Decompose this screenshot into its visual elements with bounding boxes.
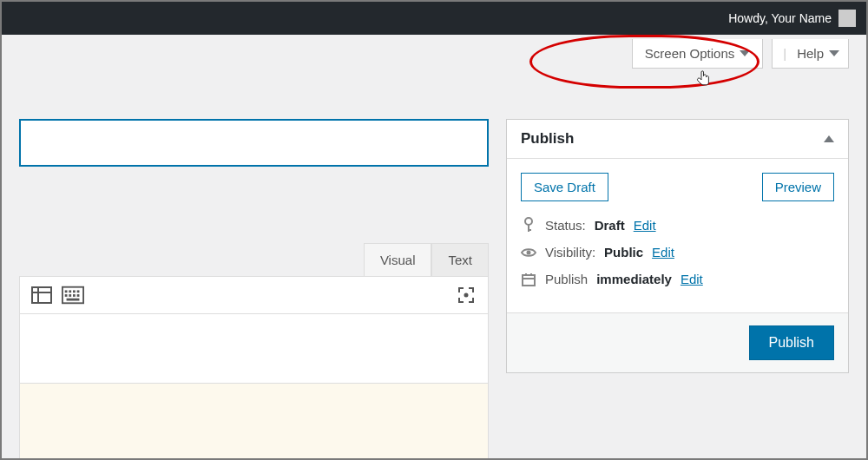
eye-icon bbox=[521, 246, 536, 259]
screen-meta-links: Screen Options | Help bbox=[632, 39, 849, 69]
key-icon bbox=[521, 217, 536, 233]
chevron-down-icon bbox=[740, 50, 750, 56]
publish-body: Save Draft Preview Status: Draft Edit Vi… bbox=[507, 159, 848, 312]
help-label: Help bbox=[797, 46, 824, 61]
greeting-text[interactable]: Howdy, Your Name bbox=[728, 11, 832, 25]
svg-rect-6 bbox=[73, 290, 76, 292]
preview-button[interactable]: Preview bbox=[762, 173, 834, 201]
visibility-value: Public bbox=[604, 245, 643, 260]
edit-visibility-link[interactable]: Edit bbox=[652, 245, 674, 260]
edit-schedule-link[interactable]: Edit bbox=[681, 272, 703, 286]
help-tab-wrap: | Help bbox=[772, 39, 849, 69]
editor-body[interactable] bbox=[19, 314, 489, 384]
save-draft-button[interactable]: Save Draft bbox=[521, 173, 608, 201]
status-value: Draft bbox=[595, 218, 625, 233]
publish-header: Publish bbox=[507, 120, 848, 159]
edit-status-link[interactable]: Edit bbox=[634, 218, 656, 233]
svg-rect-0 bbox=[32, 287, 51, 303]
svg-rect-11 bbox=[77, 294, 80, 297]
pointer-cursor-icon bbox=[696, 70, 710, 88]
svg-rect-16 bbox=[528, 229, 531, 231]
status-label: Status: bbox=[545, 218, 586, 233]
keyboard-icon[interactable] bbox=[62, 286, 84, 305]
svg-rect-9 bbox=[69, 294, 71, 297]
table-icon[interactable] bbox=[30, 286, 53, 305]
svg-rect-18 bbox=[523, 275, 535, 286]
svg-point-14 bbox=[525, 218, 532, 225]
calendar-icon bbox=[521, 273, 536, 286]
post-title-input[interactable] bbox=[19, 119, 489, 167]
avatar-icon[interactable] bbox=[838, 10, 856, 27]
publish-title: Publish bbox=[521, 130, 574, 148]
main-column: Visual Text bbox=[19, 119, 489, 458]
editor-tabs: Visual Text bbox=[19, 243, 489, 276]
visibility-row: Visibility: Public Edit bbox=[521, 245, 834, 260]
content-area: Visual Text Publish bbox=[2, 119, 866, 458]
help-tab[interactable]: Help bbox=[795, 39, 841, 68]
publish-footer: Publish bbox=[507, 312, 848, 372]
visibility-label: Visibility: bbox=[545, 245, 595, 260]
schedule-label: Publish bbox=[545, 272, 588, 286]
divider: | bbox=[783, 46, 786, 61]
chevron-down-icon bbox=[829, 50, 839, 56]
screen-options-label: Screen Options bbox=[645, 46, 734, 61]
side-column: Publish Save Draft Preview Status: Draft… bbox=[506, 119, 849, 458]
screen-options-tab[interactable]: Screen Options bbox=[632, 39, 763, 69]
editor-footer bbox=[19, 384, 489, 460]
svg-rect-8 bbox=[65, 294, 68, 297]
editor-toolbar bbox=[19, 276, 489, 314]
tab-visual[interactable]: Visual bbox=[364, 243, 432, 276]
admin-bar: Howdy, Your Name bbox=[2, 2, 866, 35]
svg-rect-7 bbox=[77, 290, 80, 292]
schedule-row: Publish immediately Edit bbox=[521, 272, 834, 286]
svg-rect-4 bbox=[65, 290, 68, 292]
publish-button[interactable]: Publish bbox=[749, 325, 834, 360]
svg-rect-12 bbox=[67, 299, 80, 301]
fullscreen-icon[interactable] bbox=[455, 286, 477, 305]
svg-point-17 bbox=[527, 250, 531, 254]
chevron-up-icon[interactable] bbox=[824, 135, 834, 142]
schedule-value: immediately bbox=[596, 272, 672, 286]
tab-text[interactable]: Text bbox=[431, 243, 489, 276]
publish-box: Publish Save Draft Preview Status: Draft… bbox=[506, 119, 849, 373]
svg-point-13 bbox=[465, 294, 468, 297]
svg-rect-10 bbox=[73, 294, 76, 297]
svg-rect-5 bbox=[69, 290, 71, 292]
status-row: Status: Draft Edit bbox=[521, 217, 834, 233]
